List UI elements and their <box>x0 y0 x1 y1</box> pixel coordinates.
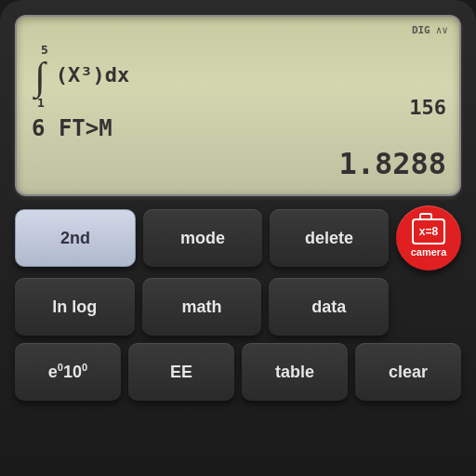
result-main: 1.8288 <box>338 146 446 181</box>
btn-2nd[interactable]: 2nd <box>15 209 136 267</box>
btn-camera[interactable]: x=8 camera <box>396 205 461 271</box>
integral-symbol: ∫ <box>34 57 46 96</box>
camera-x-label: x=8 <box>419 225 438 238</box>
camera-label: camera <box>411 246 447 258</box>
button-row-1: 2nd mode delete x=8 camera <box>15 205 461 271</box>
display-top-right: DIG ∧∨ <box>412 24 448 36</box>
btn-data[interactable]: data <box>269 278 389 336</box>
button-row-3: e0100 EE table clear <box>15 343 461 401</box>
mode-indicator: ∧∨ <box>436 24 448 36</box>
calculator-display: DIG ∧∨ 5 ∫ 1 (X³)dx 156 6 FT>M 1.8288 <box>15 15 461 196</box>
btn-ee[interactable]: EE <box>128 343 234 401</box>
btn-table[interactable]: table <box>242 343 348 401</box>
result-secondary: 156 <box>409 96 446 119</box>
integral-lower: 1 <box>37 96 45 110</box>
btn-clear[interactable]: clear <box>355 343 461 401</box>
mode-label: DIG <box>412 24 430 36</box>
button-row-2: ln log math data <box>15 278 461 336</box>
convert-text: 6 FT>M <box>32 115 112 141</box>
buttons-area: 2nd mode delete x=8 camera ln log math d… <box>15 205 461 461</box>
camera-icon-area: x=8 camera <box>411 218 447 258</box>
e10-label: e0100 <box>48 362 87 382</box>
calculator: DIG ∧∨ 5 ∫ 1 (X³)dx 156 6 FT>M 1.8288 2n… <box>0 0 476 476</box>
btn-mode[interactable]: mode <box>143 209 262 267</box>
btn-math[interactable]: math <box>142 278 262 336</box>
integral-area: 5 ∫ 1 (X³)dx <box>32 39 444 110</box>
display-main: 5 ∫ 1 (X³)dx <box>32 35 444 110</box>
btn-e10[interactable]: e0100 <box>15 343 121 401</box>
camera-frame-icon: x=8 <box>412 218 445 245</box>
btn-ln-log[interactable]: ln log <box>15 278 135 336</box>
btn-delete[interactable]: delete <box>270 209 389 267</box>
display-row2: 6 FT>M <box>32 115 444 141</box>
integral-expr: (X³)dx <box>56 63 129 86</box>
